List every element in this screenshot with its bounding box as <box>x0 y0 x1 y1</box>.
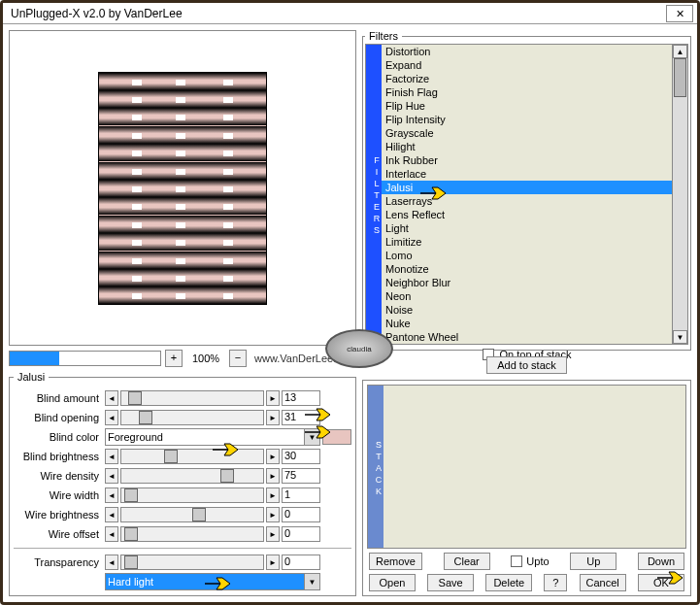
ok-button[interactable]: OK <box>638 574 684 591</box>
window-title: UnPlugged-X v2.0 by VanDerLee <box>11 7 666 20</box>
filter-item[interactable]: Expand <box>382 58 672 72</box>
filter-item[interactable]: Noise <box>382 303 672 317</box>
filter-item[interactable]: Flip Hue <box>382 99 672 113</box>
blend-mode-value: Hard light <box>108 576 153 588</box>
arrow-left-icon[interactable]: ◄ <box>105 526 118 542</box>
param-label: Blind color <box>14 431 103 443</box>
param-value[interactable]: 30 <box>282 449 320 464</box>
filter-item[interactable]: Laserrays <box>382 194 672 208</box>
scroll-thumb[interactable] <box>674 58 686 97</box>
filter-item[interactable]: Monotize <box>382 262 672 276</box>
preview-image <box>98 72 267 305</box>
arrow-left-icon[interactable]: ◄ <box>105 449 118 464</box>
param-combo[interactable]: Foreground▼ <box>105 428 320 446</box>
param-slider[interactable] <box>120 526 264 542</box>
param-slider[interactable] <box>120 507 264 522</box>
arrow-left-icon[interactable]: ◄ <box>105 487 118 503</box>
arrow-right-icon[interactable]: ► <box>266 526 280 542</box>
param-slider[interactable] <box>120 468 264 484</box>
param-label: Transparency <box>14 556 103 568</box>
param-value[interactable]: 0 <box>282 555 320 570</box>
param-value[interactable]: 0 <box>282 507 320 522</box>
arrow-left-icon[interactable]: ◄ <box>105 555 118 570</box>
filter-item[interactable]: Neighbor Blur <box>382 276 672 289</box>
arrow-left-icon[interactable]: ◄ <box>105 468 118 484</box>
filters-tab[interactable]: FILTERS <box>366 45 382 344</box>
delete-button[interactable]: Delete <box>485 574 532 591</box>
cancel-button[interactable]: Cancel <box>580 574 626 591</box>
up-button[interactable]: Up <box>570 553 617 570</box>
down-button[interactable]: Down <box>638 553 684 570</box>
param-slider[interactable] <box>120 449 264 464</box>
param-value[interactable]: 13 <box>282 390 320 406</box>
blend-mode-combo[interactable]: Hard light ▼ <box>105 573 320 590</box>
filter-item[interactable]: Grayscale <box>382 126 672 140</box>
param-label: Wire width <box>14 489 103 501</box>
param-value[interactable]: 31 <box>282 410 320 425</box>
filter-item[interactable]: Finish Flag <box>382 85 672 99</box>
chevron-down-icon[interactable]: ▼ <box>304 429 319 445</box>
param-slider[interactable] <box>120 555 264 570</box>
filter-item[interactable]: Lens Reflect <box>382 208 672 221</box>
filter-item[interactable]: Interlace <box>382 167 672 181</box>
params-legend: Jalusi <box>14 371 49 383</box>
filter-item[interactable]: Lomo <box>382 249 672 262</box>
open-button[interactable]: Open <box>369 574 416 591</box>
arrow-left-icon[interactable]: ◄ <box>105 390 118 406</box>
filter-item[interactable]: Factorize <box>382 72 672 85</box>
stack-tab[interactable]: STACK <box>368 386 383 548</box>
param-slider[interactable] <box>120 410 264 425</box>
param-label: Wire density <box>14 470 103 482</box>
param-value[interactable]: 75 <box>282 468 320 484</box>
arrow-right-icon[interactable]: ► <box>266 555 280 570</box>
filter-item[interactable]: Neon <box>382 289 672 303</box>
upto-label: Upto <box>526 555 549 567</box>
stack-group: STACK Remove Clear Upto Up Down Open Sav… <box>362 380 691 596</box>
arrow-left-icon[interactable]: ◄ <box>105 507 118 522</box>
arrow-right-icon[interactable]: ► <box>266 468 280 484</box>
param-slider[interactable] <box>120 390 264 406</box>
param-slider[interactable] <box>120 487 264 503</box>
close-icon[interactable]: ✕ <box>666 5 693 22</box>
filter-item[interactable]: Distortion <box>382 45 672 58</box>
save-button[interactable]: Save <box>427 574 474 591</box>
filter-item[interactable]: Limitize <box>382 235 672 249</box>
arrow-right-icon[interactable]: ► <box>266 390 280 406</box>
scroll-up-icon[interactable]: ▲ <box>673 45 687 58</box>
filter-item[interactable]: Nuke <box>382 317 672 330</box>
filter-item[interactable]: Flip Intensity <box>382 113 672 126</box>
arrow-right-icon[interactable]: ► <box>266 449 280 464</box>
param-label: Blind opening <box>14 412 103 423</box>
scroll-down-icon[interactable]: ▼ <box>673 330 687 344</box>
zoom-in-button[interactable]: + <box>165 350 183 367</box>
filter-item[interactable]: Pantone Wheel <box>382 330 672 344</box>
zoom-slider[interactable] <box>9 351 161 366</box>
stack-list[interactable] <box>383 386 685 548</box>
filter-item[interactable]: Ink Rubber <box>382 153 672 167</box>
param-label: Blind brightness <box>14 451 103 462</box>
arrow-right-icon[interactable]: ► <box>266 507 280 522</box>
clear-button[interactable]: Clear <box>444 553 490 570</box>
arrow-left-icon[interactable]: ◄ <box>105 410 118 425</box>
help-button[interactable]: ? <box>544 574 567 591</box>
filter-item[interactable]: Hilight <box>382 140 672 153</box>
preview-panel <box>9 30 356 346</box>
color-swatch[interactable] <box>322 429 351 445</box>
param-label: Wire brightness <box>14 509 103 521</box>
zoom-value: 100% <box>186 353 225 364</box>
arrow-right-icon[interactable]: ► <box>266 410 280 425</box>
filters-legend: Filters <box>365 30 402 42</box>
param-value[interactable]: 0 <box>282 526 320 542</box>
filters-list[interactable]: DistortionExpandFactorizeFinish FlagFlip… <box>382 45 672 344</box>
remove-button[interactable]: Remove <box>369 553 422 570</box>
add-to-stack-button[interactable]: Add to stack <box>486 356 567 374</box>
param-value[interactable]: 1 <box>282 487 320 503</box>
chevron-down-icon[interactable]: ▼ <box>304 574 319 589</box>
scrollbar[interactable]: ▲ ▼ <box>672 45 687 344</box>
filter-item[interactable]: Jalusi <box>382 181 672 194</box>
filter-item[interactable]: Light <box>382 221 672 235</box>
param-label: Wire offset <box>14 528 103 540</box>
zoom-out-button[interactable]: − <box>229 350 247 367</box>
arrow-right-icon[interactable]: ► <box>266 487 280 503</box>
upto-checkbox[interactable] <box>511 555 522 567</box>
